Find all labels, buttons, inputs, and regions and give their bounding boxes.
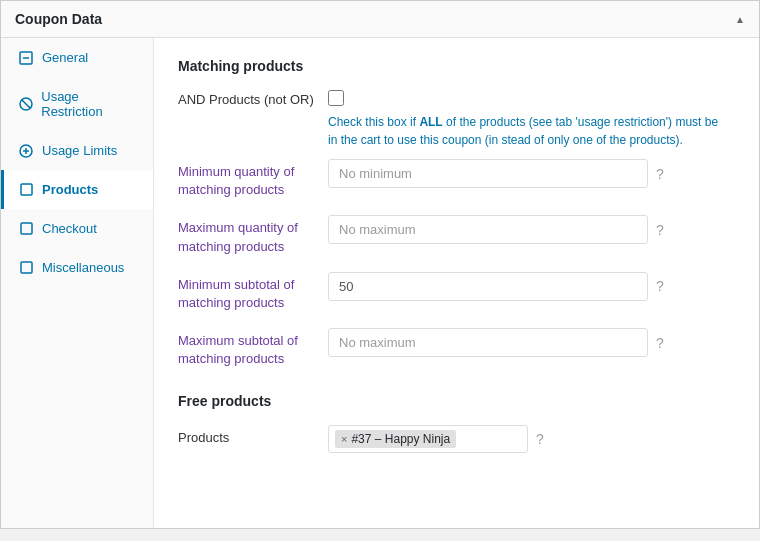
- max-subtotal-input[interactable]: [328, 328, 648, 357]
- max-qty-control: ?: [328, 215, 735, 244]
- min-qty-control: ?: [328, 159, 735, 188]
- and-products-checkbox[interactable]: [328, 90, 344, 106]
- usage-restriction-icon: [18, 97, 33, 111]
- min-subtotal-row: Minimum subtotal of matching products ?: [178, 272, 735, 312]
- min-subtotal-control: ?: [328, 272, 735, 301]
- min-qty-input[interactable]: [328, 159, 648, 188]
- and-products-label: AND Products (not OR): [178, 90, 328, 107]
- sidebar-label-usage-restriction: Usage Restriction: [41, 89, 139, 119]
- free-products-section: Free products Products × #37 – Happy Nin…: [178, 393, 735, 453]
- and-products-control: Check this box if ALL of the products (s…: [328, 90, 735, 149]
- general-icon: [18, 51, 34, 65]
- sidebar-item-usage-restriction[interactable]: Usage Restriction: [1, 77, 153, 131]
- max-subtotal-label: Maximum subtotal of matching products: [178, 333, 298, 366]
- sidebar-item-general[interactable]: General: [1, 38, 153, 77]
- max-subtotal-control: ?: [328, 328, 735, 357]
- sidebar-label-products: Products: [42, 182, 98, 197]
- min-subtotal-label: Minimum subtotal of matching products: [178, 277, 294, 310]
- panel-toggle-icon[interactable]: ▲: [735, 14, 745, 25]
- min-subtotal-help-icon[interactable]: ?: [656, 278, 664, 294]
- usage-limits-icon: [18, 144, 34, 158]
- max-qty-row: Maximum quantity of matching products ?: [178, 215, 735, 255]
- main-content: Matching products AND Products (not OR) …: [154, 38, 759, 528]
- free-products-tag-input[interactable]: × #37 – Happy Ninja: [328, 425, 528, 453]
- min-qty-help-icon[interactable]: ?: [656, 166, 664, 182]
- free-products-help-icon[interactable]: ?: [536, 431, 544, 447]
- max-qty-help-icon[interactable]: ?: [656, 222, 664, 238]
- max-subtotal-row: Maximum subtotal of matching products ?: [178, 328, 735, 368]
- sidebar-item-usage-limits[interactable]: Usage Limits: [1, 131, 153, 170]
- miscellaneous-icon: [18, 261, 34, 274]
- free-products-row: Products × #37 – Happy Ninja ?: [178, 425, 735, 453]
- sidebar-label-general: General: [42, 50, 88, 65]
- sidebar-label-checkout: Checkout: [42, 221, 97, 236]
- svg-line-3: [21, 100, 30, 109]
- min-qty-label: Minimum quantity of matching products: [178, 164, 294, 197]
- svg-rect-8: [21, 223, 32, 234]
- products-icon: [18, 183, 34, 196]
- max-qty-input[interactable]: [328, 215, 648, 244]
- sidebar-item-checkout[interactable]: Checkout: [1, 209, 153, 248]
- panel-title: Coupon Data: [15, 11, 102, 27]
- and-products-help-text: Check this box if ALL of the products (s…: [328, 113, 728, 149]
- min-subtotal-input[interactable]: [328, 272, 648, 301]
- svg-rect-9: [21, 262, 32, 273]
- svg-rect-7: [21, 184, 32, 195]
- sidebar-item-miscellaneous[interactable]: Miscellaneous: [1, 248, 153, 287]
- max-qty-label: Maximum quantity of matching products: [178, 220, 298, 253]
- free-products-label: Products: [178, 430, 229, 445]
- tag-remove-button[interactable]: ×: [341, 433, 347, 445]
- matching-products-title: Matching products: [178, 58, 735, 74]
- product-tag: × #37 – Happy Ninja: [335, 430, 456, 448]
- sidebar-label-usage-limits: Usage Limits: [42, 143, 117, 158]
- free-products-control: × #37 – Happy Ninja ?: [328, 425, 735, 453]
- max-subtotal-help-icon[interactable]: ?: [656, 335, 664, 351]
- and-products-row: AND Products (not OR) Check this box if …: [178, 90, 735, 149]
- panel-header: Coupon Data ▲: [1, 1, 759, 38]
- free-products-title: Free products: [178, 393, 735, 409]
- sidebar: General Usage Restriction Usage Limits P…: [1, 38, 154, 528]
- tag-label: #37 – Happy Ninja: [351, 432, 450, 446]
- min-qty-row: Minimum quantity of matching products ?: [178, 159, 735, 199]
- sidebar-label-miscellaneous: Miscellaneous: [42, 260, 124, 275]
- sidebar-item-products[interactable]: Products: [1, 170, 153, 209]
- checkout-icon: [18, 222, 34, 235]
